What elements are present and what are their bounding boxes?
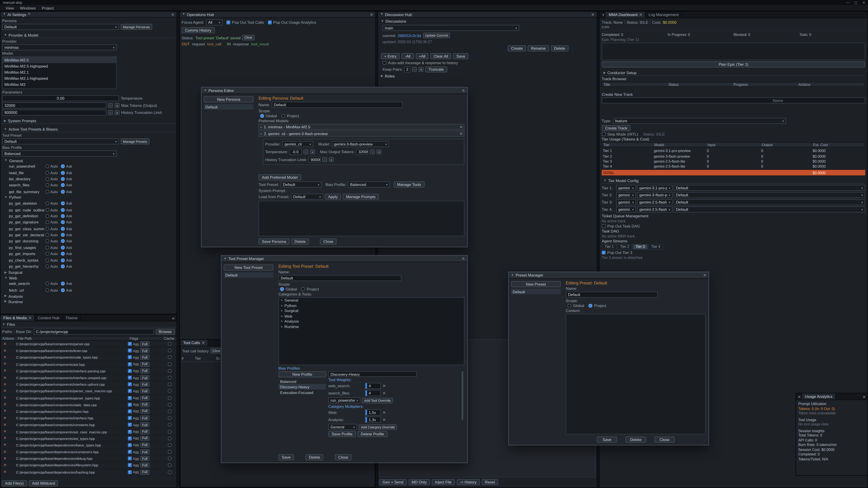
scrollbar[interactable] [462, 371, 463, 420]
files-section[interactable]: ▼ Files [0, 322, 177, 327]
pop-tool-calls-checkbox[interactable] [226, 21, 230, 24]
discussion-select[interactable]: main [382, 25, 519, 31]
remove-file-icon[interactable]: ✕ [0, 389, 16, 393]
full-button[interactable]: Full [140, 355, 150, 360]
menu-item[interactable]: Windows [20, 6, 36, 10]
remove-file-icon[interactable]: ✕ [0, 456, 16, 461]
base-dir-input[interactable]: C:/projects/gencpp [34, 329, 154, 335]
model-option[interactable]: MiniMax-M2.5 [3, 57, 116, 63]
weight-input[interactable]: 4 [365, 390, 381, 396]
cache-radio[interactable] [167, 389, 171, 393]
agg-checkbox[interactable] [128, 376, 132, 380]
add-preferred-model-button[interactable]: Add Preferred Model [258, 174, 301, 180]
persona-editor-header[interactable]: ▼ Persona Editor ✕ [202, 88, 467, 94]
collapse-arrow-icon[interactable]: ▼ [182, 13, 185, 16]
tool-category-row[interactable]: ▼ Web [2, 275, 175, 281]
remove-file-icon[interactable]: ✕ [0, 355, 16, 360]
ask-radio[interactable] [61, 233, 65, 237]
remove-icon[interactable]: ✕ [382, 418, 385, 422]
cache-radio[interactable] [167, 383, 171, 386]
commit-hash-link[interactable]: 286552c3c3d [398, 33, 421, 37]
agg-checkbox[interactable] [128, 349, 132, 353]
full-button[interactable]: Full [140, 469, 150, 475]
entry-button[interactable]: Save [453, 53, 468, 59]
scope-global-radio[interactable] [260, 114, 264, 118]
save-button[interactable]: Save [278, 454, 294, 460]
collapse-arrow-icon[interactable]: ▼ [380, 13, 383, 16]
remove-file-icon[interactable]: ✕ [0, 423, 16, 427]
bias-profile-item[interactable]: Balanced [278, 379, 326, 384]
remove-file-icon[interactable]: ✕ [0, 348, 16, 353]
auto-radio[interactable] [45, 171, 49, 175]
auto-radio[interactable] [45, 265, 49, 268]
remove-file-icon[interactable]: ✕ [0, 470, 16, 475]
agg-checkbox[interactable] [128, 402, 132, 406]
content-textarea[interactable] [566, 314, 706, 434]
agg-checkbox[interactable] [128, 430, 132, 433]
scope-global-radio[interactable] [567, 304, 571, 307]
entry-button[interactable]: +All [415, 53, 429, 59]
scope-project-radio[interactable] [589, 304, 592, 307]
tab-mma-dashboard[interactable]: MMA Dashboard ✕ [606, 11, 646, 18]
tool-category-row[interactable]: ▶ Analysis [2, 293, 175, 299]
ask-radio[interactable] [61, 239, 65, 243]
pm-model-select[interactable]: gemini-3-flash-preview [332, 141, 389, 147]
drag-handle-icon[interactable]: ≡ [260, 125, 262, 129]
multiplier-input[interactable]: 1.5x [365, 410, 381, 416]
new-profile-button[interactable]: New Profile [278, 371, 326, 377]
preset-name-input[interactable]: Default [566, 292, 658, 298]
model-option[interactable]: MiniMax-M2.1 [3, 69, 116, 75]
manage-tools-button[interactable]: Manage Tools [394, 182, 425, 188]
increment-button[interactable]: + [115, 110, 120, 115]
cache-radio[interactable] [167, 436, 171, 440]
save-profile-button[interactable]: Save Profile [328, 431, 356, 437]
full-button[interactable]: Full [140, 443, 150, 448]
entry-button[interactable]: -All [401, 53, 414, 59]
full-button[interactable]: Full [140, 368, 150, 373]
full-button[interactable]: Full [140, 382, 150, 387]
drag-handle-icon[interactable]: ≡ [260, 132, 262, 135]
tree-category-row[interactable]: ▸ Surgical [279, 308, 464, 313]
tier-model-select[interactable]: gemini-3.1-pro-preview [637, 185, 673, 191]
close-icon[interactable]: ✕ [29, 316, 32, 320]
close-icon[interactable]: ✕ [796, 393, 802, 399]
agg-checkbox[interactable] [128, 416, 132, 420]
add-tool-select[interactable]: run_powershell [328, 397, 360, 403]
full-button[interactable]: Full [140, 375, 150, 380]
close-icon[interactable]: ✕ [591, 12, 594, 16]
agg-checkbox[interactable] [128, 470, 132, 474]
close-icon[interactable]: ✕ [462, 89, 465, 92]
cache-radio[interactable] [167, 423, 171, 427]
ask-radio[interactable] [61, 258, 65, 262]
menu-item[interactable]: Project [42, 6, 54, 10]
new-persona-button[interactable]: New Persona [204, 96, 253, 102]
full-button[interactable]: Full [140, 416, 150, 421]
cache-radio[interactable] [167, 342, 171, 346]
plan-epic-button[interactable]: Plan Epic (Tier 1) [602, 61, 865, 68]
persona-name-input[interactable]: Default [272, 102, 402, 108]
ask-radio[interactable] [61, 265, 65, 268]
agg-checkbox[interactable] [128, 463, 132, 467]
tool-category-row[interactable]: ▶ Surgical [2, 269, 175, 275]
add-files-button[interactable]: Add File(s) [2, 480, 27, 486]
tool-category-row[interactable]: ▶ Runtime [2, 299, 175, 304]
temperature-input[interactable]: -0.0 [289, 149, 302, 155]
auto-radio[interactable] [45, 246, 49, 250]
full-button[interactable]: Full [140, 463, 150, 468]
compose-button[interactable]: Reset [482, 479, 498, 485]
auto-add-checkbox[interactable] [382, 61, 386, 65]
cache-radio[interactable] [167, 355, 171, 359]
tier-provider-select[interactable]: gemini [616, 185, 636, 191]
full-button[interactable]: Full [140, 429, 150, 434]
agg-checkbox[interactable] [128, 450, 132, 454]
tool-preset-select[interactable]: Default [281, 182, 322, 188]
tier-preset-select[interactable]: Default [674, 185, 865, 191]
save-button[interactable]: Save [597, 436, 617, 443]
delete-profile-button[interactable]: Delete Profile [358, 431, 387, 437]
bias-profile-select[interactable]: Balanced [2, 151, 117, 157]
preset-manager-header[interactable]: ▼ Preset Manager ✕ [509, 272, 709, 279]
auto-radio[interactable] [45, 177, 49, 181]
tool-category-row[interactable]: ▼ General [2, 158, 175, 163]
full-button[interactable]: Full [140, 348, 150, 353]
tab-files-media[interactable]: Files & Media ✕ [0, 315, 35, 321]
